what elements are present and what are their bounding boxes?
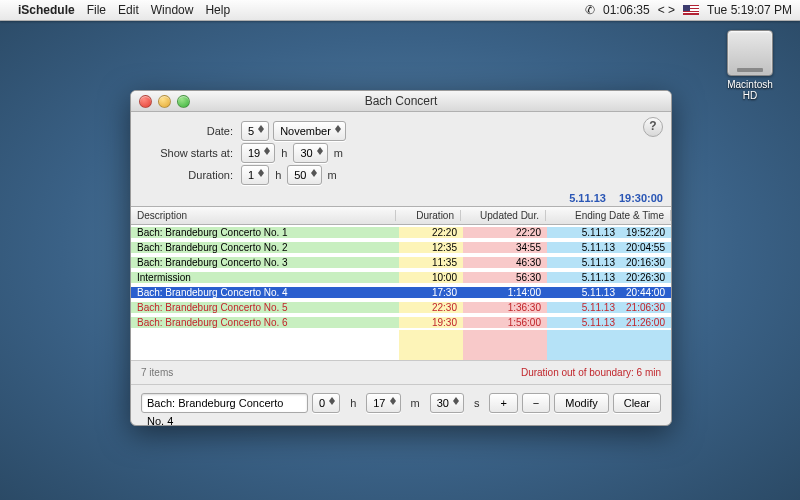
cell-description: Bach: Brandeburg Concerto No. 4 [131,287,399,298]
cell-ending: 5.11.1320:26:30 [547,272,671,283]
editor-row: Bach: Brandeburg Concerto No. 4 0 h 17 m… [131,384,671,425]
phone-time: 01:06:35 [603,3,650,17]
status-bar: 7 items Duration out of boundary: 6 min [131,360,671,384]
edit-m-unit: m [411,397,420,409]
item-count: 7 items [141,367,173,378]
desktop-drive[interactable]: Macintosh HD [720,30,780,101]
cell-duration: 19:30 [399,317,463,328]
col-description[interactable]: Description [131,210,396,221]
cell-updated: 1:56:00 [463,317,547,328]
table-row[interactable]: Bach: Brandeburg Concerto No. 417:301:14… [131,285,671,300]
boundary-warning: Duration out of boundary: 6 min [521,367,661,378]
description-input[interactable]: Bach: Brandeburg Concerto No. 4 [141,393,308,413]
edit-min-select[interactable]: 17 [366,393,400,413]
start-min-select[interactable]: 30 [293,143,327,163]
header-time: 19:30:00 [619,192,663,204]
cell-duration: 12:35 [399,242,463,253]
menu-extra-icon[interactable]: < > [658,3,675,17]
menu-window[interactable]: Window [151,3,194,17]
month-select[interactable]: November [273,121,346,141]
minus-button[interactable]: − [522,393,550,413]
cell-description: Bach: Brandeburg Concerto No. 5 [131,302,399,313]
header-date: 5.11.13 [569,192,606,204]
duration-label: Duration: [143,169,241,181]
clear-button[interactable]: Clear [613,393,661,413]
plus-button[interactable]: + [489,393,517,413]
modify-button[interactable]: Modify [554,393,608,413]
window-title: Bach Concert [131,94,671,108]
cell-description: Bach: Brandeburg Concerto No. 3 [131,257,399,268]
cell-updated: 34:55 [463,242,547,253]
table-row[interactable]: Bach: Brandeburg Concerto No. 619:301:56… [131,315,671,330]
col-ending[interactable]: Ending Date & Time [546,210,671,221]
date-label: Date: [143,125,241,137]
cell-ending: 5.11.1319:52:20 [547,227,671,238]
hour-unit-2: h [275,169,281,181]
menubar: iSchedule File Edit Window Help ✆ 01:06:… [0,0,800,21]
cell-duration: 22:30 [399,302,463,313]
cell-ending: 5.11.1320:44:00 [547,287,671,298]
cell-description: Intermission [131,272,399,283]
drive-label: Macintosh HD [720,79,780,101]
titlebar[interactable]: Bach Concert [131,91,671,112]
empty-row [131,330,671,345]
header-datetime: 5.11.13 19:30:00 [131,192,671,206]
edit-sec-select[interactable]: 30 [430,393,464,413]
dur-hour-select[interactable]: 1 [241,165,269,185]
edit-hour-select[interactable]: 0 [312,393,340,413]
starts-label: Show starts at: [143,147,241,159]
help-button[interactable]: ? [643,117,663,137]
edit-s-unit: s [474,397,480,409]
cell-ending: 5.11.1321:06:30 [547,302,671,313]
table-row[interactable]: Bach: Brandeburg Concerto No. 522:301:36… [131,300,671,315]
cell-updated: 46:30 [463,257,547,268]
phone-icon[interactable]: ✆ [585,3,595,17]
cell-updated: 1:36:30 [463,302,547,313]
cell-duration: 10:00 [399,272,463,283]
menu-help[interactable]: Help [205,3,230,17]
table-body: Bach: Brandeburg Concerto No. 122:2022:2… [131,225,671,360]
schedule-table: Description Duration Updated Dur. Ending… [131,206,671,360]
clock[interactable]: Tue 5:19:07 PM [707,3,792,17]
col-updated[interactable]: Updated Dur. [461,210,546,221]
edit-h-unit: h [350,397,356,409]
table-header[interactable]: Description Duration Updated Dur. Ending… [131,207,671,225]
dur-min-select[interactable]: 50 [287,165,321,185]
table-row[interactable]: Bach: Brandeburg Concerto No. 122:2022:2… [131,225,671,240]
cell-duration: 11:35 [399,257,463,268]
cell-duration: 17:30 [399,287,463,298]
form: Date: 5 November Show starts at: 19 h 30… [131,112,671,192]
cell-ending: 5.11.1320:04:55 [547,242,671,253]
hour-unit: h [281,147,287,159]
cell-description: Bach: Brandeburg Concerto No. 6 [131,317,399,328]
app-menu[interactable]: iSchedule [18,3,75,17]
menu-edit[interactable]: Edit [118,3,139,17]
start-hour-select[interactable]: 19 [241,143,275,163]
col-duration[interactable]: Duration [396,210,461,221]
table-row[interactable]: Bach: Brandeburg Concerto No. 311:3546:3… [131,255,671,270]
app-window: Bach Concert ? Date: 5 November Show sta… [130,90,672,426]
min-unit-2: m [328,169,337,181]
cell-updated: 1:14:00 [463,287,547,298]
min-unit: m [334,147,343,159]
empty-row [131,345,671,360]
table-row[interactable]: Bach: Brandeburg Concerto No. 212:3534:5… [131,240,671,255]
cell-duration: 22:20 [399,227,463,238]
cell-updated: 22:20 [463,227,547,238]
menu-file[interactable]: File [87,3,106,17]
drive-icon [727,30,773,76]
cell-description: Bach: Brandeburg Concerto No. 1 [131,227,399,238]
flag-icon[interactable] [683,5,699,15]
cell-description: Bach: Brandeburg Concerto No. 2 [131,242,399,253]
table-row[interactable]: Intermission10:0056:305.11.1320:26:30 [131,270,671,285]
cell-updated: 56:30 [463,272,547,283]
cell-ending: 5.11.1320:16:30 [547,257,671,268]
cell-ending: 5.11.1321:26:00 [547,317,671,328]
day-select[interactable]: 5 [241,121,269,141]
